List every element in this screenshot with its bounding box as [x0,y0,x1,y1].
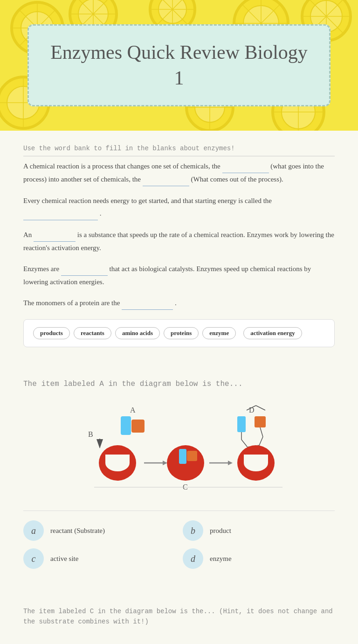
answer-label-a: reactant (Substrate) [50,527,105,535]
tag-reactants[interactable]: reactants [74,327,111,339]
substrate-orange-2 [187,451,197,461]
diagram-container: A B C [23,394,335,501]
bottom-question: The item labeled C in the diagram below … [23,606,335,627]
diagram-section-1: The item labeled A in the diagram below … [23,380,335,627]
paragraph-2: Every chemical reaction needs energy to … [23,195,335,220]
content-area: Use the word bank to fill in the blanks … [0,131,358,644]
answer-circle-c: c [23,548,44,569]
substrate-blue-2 [179,449,186,464]
word-bank-box: products reactants amino acids proteins … [23,319,335,347]
p1-blank2[interactable] [143,173,189,186]
word-bank-tags: products reactants amino acids proteins … [33,327,325,339]
paragraph-5: The monomers of a protein are the . [23,297,335,310]
instruction-text: Use the word bank to fill in the blanks … [23,145,335,156]
paragraph-3: An is a substance that speeds up the rat… [23,229,335,254]
section-divider-1 [23,357,335,371]
label-d: D [249,406,255,414]
answer-circle-a: a [23,520,44,541]
paragraph-4: Enzymes are that act as biological catal… [23,263,335,288]
tag-activation-energy[interactable]: activation energy [243,327,302,339]
answer-options: a reactant (Substrate) b product c activ… [23,511,335,569]
arrow-right-1-head [163,461,167,465]
p1-text-before: A chemical reaction is a process that ch… [23,162,220,170]
answer-option-b[interactable]: b product [183,520,335,541]
answer-label-b: product [210,527,231,535]
paragraph-1: A chemical reaction is a process that ch… [23,160,335,186]
p1-blank1[interactable] [222,160,269,173]
answer-label-c: active site [50,555,78,563]
label-a: A [130,406,136,414]
p2-blank[interactable] [23,207,98,220]
page-title: Enzymes Quick Review Biology 1 [48,40,310,91]
answer-option-d[interactable]: d enzyme [183,548,335,569]
p2-text-after: . [100,210,102,217]
d-bracket2 [256,406,265,410]
p4-text-before: Enzymes are [23,265,59,273]
enzyme-3-top [244,455,268,463]
tag-proteins[interactable]: proteins [164,327,199,339]
substrate-blue-1 [121,416,131,435]
p2-text-before: Every chemical reaction needs energy to … [23,197,272,204]
answer-label-d: enzyme [210,555,232,563]
product-blue [237,416,246,432]
label-b: B [88,430,93,438]
p5-text-before: The monomers of a protein are the [23,299,120,307]
p4-blank[interactable] [61,263,108,276]
substrate-orange-1 [131,420,145,433]
tag-amino-acids[interactable]: amino acids [115,327,160,339]
enzyme-1-top [105,455,130,463]
answer-circle-d: d [183,548,203,569]
answer-option-a[interactable]: a reactant (Substrate) [23,520,175,541]
tag-products[interactable]: products [33,327,70,339]
title-card: Enzymes Quick Review Biology 1 [28,24,330,106]
p3-text-before: An [23,231,32,238]
p1-text-after: (What comes out of the process). [191,175,283,183]
enzyme-diagram-svg: A B C [62,394,296,501]
arrow-right-2-head [228,461,233,465]
header-section: Enzymes Quick Review Biology 1 [0,0,358,131]
product-orange-line [260,427,263,437]
diagram-question-1: The item labeled A in the diagram below … [23,380,335,388]
p5-blank[interactable] [122,297,173,310]
tag-enzyme[interactable]: enzyme [202,327,236,339]
answer-option-c[interactable]: c active site [23,548,175,569]
answer-circle-b: b [183,520,203,541]
p5-text-after: . [175,299,177,307]
p3-blank[interactable] [34,229,76,242]
product-orange [255,416,266,427]
section-divider-2 [23,578,335,592]
